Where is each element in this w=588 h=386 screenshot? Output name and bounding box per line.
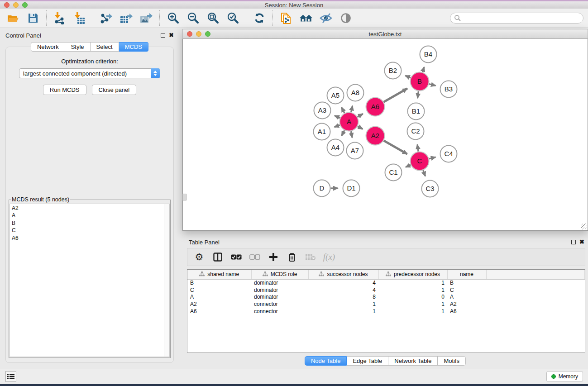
deselect-all-icon[interactable] — [249, 252, 260, 262]
export-network-icon[interactable] — [100, 11, 113, 25]
table-cell[interactable]: connector — [251, 300, 308, 308]
table-cell[interactable]: 8 — [308, 294, 378, 301]
edge-A-A3[interactable] — [335, 116, 340, 118]
zoom-in-icon[interactable] — [166, 11, 180, 25]
table-cell[interactable]: A — [187, 294, 251, 301]
search-input[interactable] — [461, 15, 574, 21]
edge-B-B1[interactable] — [418, 91, 419, 98]
edge-C-C4[interactable] — [429, 157, 436, 159]
network-window-titlebar[interactable]: testGlobe.txt — [182, 29, 588, 39]
function-fx-icon[interactable]: f(x) — [324, 252, 335, 262]
run-mcds-button[interactable]: Run MCDS — [43, 85, 86, 95]
show-eye-icon[interactable] — [339, 11, 353, 25]
home-icon[interactable] — [299, 11, 313, 25]
mcds-result-item[interactable]: B — [10, 219, 169, 226]
edge-A2-C[interactable] — [384, 141, 407, 154]
optimization-criterion-select[interactable]: largest connected component (directed) — [19, 68, 160, 78]
edge-A-A4[interactable] — [342, 130, 344, 136]
table-cell[interactable]: 1 — [378, 308, 447, 315]
table-row[interactable]: A6connector11A6 — [187, 308, 585, 315]
table-cell[interactable]: A — [447, 294, 486, 301]
delete-table-icon[interactable] — [305, 252, 316, 262]
settings-gear-icon[interactable]: ⚙ — [194, 252, 205, 262]
table-cell[interactable]: A2 — [187, 300, 251, 308]
edge-B-B2[interactable] — [405, 76, 411, 78]
table-cell[interactable]: 1 — [308, 300, 378, 308]
zoom-out-icon[interactable] — [186, 11, 200, 25]
table-cell[interactable]: 1 — [378, 286, 447, 294]
toolbar-search[interactable] — [450, 13, 583, 24]
edge-A-A5[interactable] — [342, 107, 345, 113]
mcds-result-item[interactable]: A6 — [10, 234, 169, 241]
table-cell[interactable]: dominator — [251, 279, 308, 286]
node-table[interactable]: shared nameMCDS rolesuccessor nodesprede… — [187, 269, 585, 353]
column-header-shared-name[interactable]: shared name — [187, 270, 251, 279]
column-header-predecessor-nodes[interactable]: predecessor nodes — [378, 270, 447, 279]
mcds-result-item[interactable]: A — [10, 211, 169, 219]
table-cell[interactable]: C — [187, 286, 251, 294]
mcds-result-list[interactable]: A2ABCA6 — [10, 204, 170, 357]
memory-button[interactable]: Memory — [546, 371, 583, 382]
open-file-icon[interactable] — [6, 11, 20, 25]
edge-A-A2[interactable] — [358, 126, 363, 129]
select-all-icon[interactable] — [231, 252, 242, 262]
copy-network-icon[interactable] — [279, 11, 293, 25]
table-cell[interactable]: 1 — [378, 300, 447, 308]
table-row[interactable]: A2connector11A2 — [187, 300, 585, 308]
save-session-icon[interactable] — [26, 11, 40, 25]
edge-B-B4[interactable] — [422, 67, 424, 72]
table-cell[interactable]: B — [187, 279, 251, 286]
edge-B-B3[interactable] — [429, 84, 436, 86]
network-graph[interactable]: B4B2BB3B1A5A8A3A6AA1A2C2A4A7CC4C1C3DD1 — [183, 39, 588, 230]
column-header-name[interactable]: name — [447, 270, 486, 279]
mcds-result-item[interactable]: A2 — [10, 204, 169, 211]
import-table-icon[interactable] — [73, 11, 86, 25]
edge-A-A6[interactable] — [358, 114, 363, 117]
table-cell[interactable]: 4 — [308, 279, 378, 286]
table-row[interactable]: Bdominator41B — [187, 279, 585, 286]
split-pane-icon[interactable] — [212, 252, 223, 262]
hide-eye-icon[interactable] — [319, 11, 333, 25]
table-cell[interactable]: dominator — [251, 294, 308, 301]
close-panel-icon[interactable]: ✖ — [169, 33, 174, 38]
edge-C-C3[interactable] — [423, 170, 425, 176]
edge-C-C1[interactable] — [406, 165, 411, 167]
table-cell[interactable]: A6 — [187, 308, 251, 315]
table-row[interactable]: Cdominator41C — [187, 286, 585, 294]
window-resize-grip[interactable] — [581, 224, 587, 229]
task-list-button[interactable] — [5, 371, 16, 382]
edge-A-A7[interactable] — [351, 131, 352, 138]
table-cell[interactable]: 0 — [378, 294, 447, 301]
close-table-panel-icon[interactable]: ✖ — [579, 240, 584, 244]
table-cell[interactable]: 4 — [308, 286, 378, 294]
export-table-icon[interactable] — [120, 11, 133, 25]
float-table-panel-icon[interactable] — [571, 240, 576, 244]
table-cell[interactable]: A2 — [447, 300, 486, 308]
network-canvas[interactable]: B4B2BB3B1A5A8A3A6AA1A2C2A4A7CC4C1C3DD1 — [182, 39, 588, 231]
edge-A-A8[interactable] — [351, 106, 353, 112]
float-panel-icon[interactable] — [161, 33, 165, 38]
table-cell[interactable]: B — [447, 279, 486, 286]
table-cell[interactable]: 1 — [308, 308, 378, 315]
delete-column-icon[interactable] — [287, 252, 297, 262]
tab-edge-table[interactable]: Edge Table — [347, 356, 388, 366]
refresh-icon[interactable] — [253, 11, 266, 25]
column-header-MCDS-role[interactable]: MCDS role — [251, 270, 308, 279]
export-image-icon[interactable] — [139, 11, 153, 25]
import-network-icon[interactable] — [53, 11, 67, 25]
column-header-successor-nodes[interactable]: successor nodes — [308, 270, 378, 279]
table-cell[interactable]: 1 — [378, 279, 447, 286]
table-cell[interactable]: connector — [251, 308, 308, 315]
zoom-fit-icon[interactable] — [206, 11, 220, 25]
tab-motifs[interactable]: Motifs — [438, 356, 466, 366]
tab-mcds[interactable]: MCDS — [119, 42, 148, 52]
tab-node-table[interactable]: Node Table — [305, 356, 347, 366]
add-column-icon[interactable] — [268, 252, 279, 262]
table-cell[interactable]: dominator — [251, 286, 308, 294]
table-row[interactable]: Adominator80A — [187, 294, 585, 301]
edge-A6-B[interactable] — [384, 89, 407, 102]
edge-A-A1[interactable] — [335, 125, 340, 127]
tool-palette-grip[interactable] — [182, 194, 186, 200]
zoom-selected-icon[interactable] — [226, 11, 239, 25]
tab-network[interactable]: Network — [31, 42, 65, 52]
